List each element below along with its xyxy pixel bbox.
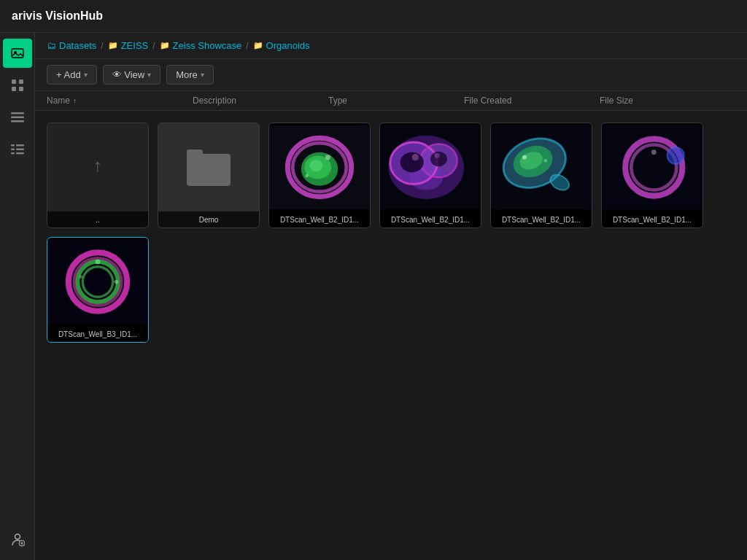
add-button[interactable]: + Add ▾	[47, 65, 97, 85]
view-button[interactable]: 👁 View ▾	[103, 65, 161, 85]
img2-label: DTScan_Well_B2_ID1...	[380, 211, 481, 228]
svg-point-57	[87, 271, 109, 293]
img4-thumb	[602, 123, 703, 211]
app-layout: 🗂 Datasets / 📁 ZEISS / 📁 Zeiss Showcase …	[0, 33, 747, 560]
img2-thumb	[380, 123, 481, 211]
grid-item-img1[interactable]: DTScan_Well_B2_ID1...	[268, 122, 371, 228]
add-chevron-icon: ▾	[84, 71, 88, 79]
svg-rect-12	[16, 149, 24, 151]
svg-point-51	[651, 149, 657, 155]
sidebar-item-details[interactable]	[3, 135, 32, 164]
datasets-folder-icon: 🗂	[47, 40, 56, 51]
breadcrumb-zeiss-label: ZEISS	[121, 40, 149, 51]
img5-label: DTScan_Well_B3_ID1...	[47, 326, 148, 342]
svg-point-32	[400, 152, 424, 173]
svg-rect-2	[12, 79, 16, 84]
svg-point-23	[325, 155, 330, 160]
grid-item-img5[interactable]: DTScan_Well_B3_ID1...	[47, 237, 149, 343]
svg-rect-0	[12, 49, 23, 58]
img4-label: DTScan_Well_B2_ID1...	[602, 211, 703, 228]
sidebar	[0, 33, 35, 560]
svg-point-34	[412, 154, 419, 160]
svg-point-58	[96, 259, 101, 264]
organoids-folder-icon: 📁	[253, 41, 263, 50]
svg-point-15	[15, 534, 20, 540]
col-created-label: File Created	[464, 96, 511, 106]
col-header-desc[interactable]: Description	[193, 96, 328, 106]
view-button-label: 👁 View	[112, 69, 145, 80]
svg-rect-11	[11, 149, 15, 151]
img1-label: DTScan_Well_B2_ID1...	[269, 211, 370, 228]
grid-item-img3[interactable]: DTScan_Well_B2_ID1...	[490, 122, 592, 228]
svg-rect-10	[16, 144, 24, 147]
col-header-name[interactable]: Name ↑	[47, 96, 193, 106]
col-type-label: Type	[328, 96, 347, 106]
svg-point-35	[435, 153, 440, 158]
svg-rect-14	[16, 152, 24, 155]
demo-label: Demo	[158, 211, 259, 228]
showcase-folder-icon: 📁	[160, 41, 170, 50]
zeiss-folder-icon: 📁	[108, 41, 118, 50]
up-thumb: ↑	[47, 123, 148, 211]
grid-item-img4[interactable]: DTScan_Well_B2_ID1...	[601, 122, 703, 228]
col-header-type[interactable]: Type	[328, 96, 464, 106]
svg-rect-5	[19, 87, 23, 91]
more-chevron-icon: ▾	[201, 71, 204, 79]
svg-rect-9	[11, 144, 15, 147]
sidebar-item-images[interactable]	[3, 39, 32, 68]
svg-point-33	[430, 152, 447, 167]
img3-thumb	[491, 123, 592, 211]
demo-thumb	[158, 123, 259, 211]
breadcrumb-organoids[interactable]: 📁 Organoids	[253, 40, 310, 51]
breadcrumb-showcase[interactable]: 📁 Zeiss Showcase	[160, 40, 242, 51]
title-bar: arivis VisionHub	[0, 0, 747, 33]
sidebar-item-list[interactable]	[3, 103, 32, 132]
add-button-label: + Add	[56, 69, 81, 80]
grid-item-demo[interactable]: Demo	[158, 122, 260, 228]
breadcrumb-organoids-label: Organoids	[266, 40, 310, 51]
grid-item-up[interactable]: ↑ ..	[47, 122, 149, 228]
svg-point-48	[637, 151, 670, 184]
up-arrow-icon: ↑	[93, 155, 102, 176]
svg-rect-3	[19, 79, 23, 84]
breadcrumb-sep-3: /	[246, 41, 248, 51]
sidebar-item-grid[interactable]	[3, 71, 32, 100]
breadcrumb-sep-2: /	[152, 41, 155, 51]
breadcrumb-sep-1: /	[101, 41, 103, 51]
col-name-label: Name	[47, 96, 70, 106]
table-header: Name ↑ Description Type File Created Fil…	[35, 91, 747, 111]
up-label: ..	[47, 211, 148, 228]
svg-rect-4	[12, 87, 16, 91]
main-content: 🗂 Datasets / 📁 ZEISS / 📁 Zeiss Showcase …	[35, 33, 747, 560]
img5-thumb	[47, 238, 148, 326]
col-desc-label: Description	[193, 96, 236, 106]
grid-item-img2[interactable]: DTScan_Well_B2_ID1...	[379, 122, 481, 228]
svg-rect-8	[11, 120, 24, 122]
view-chevron-icon: ▾	[147, 71, 151, 79]
breadcrumb-showcase-label: Zeiss Showcase	[173, 40, 242, 51]
svg-rect-6	[11, 112, 24, 114]
svg-rect-13	[11, 152, 15, 155]
col-header-created[interactable]: File Created	[464, 96, 600, 106]
svg-point-43	[522, 155, 527, 160]
col-header-size[interactable]: File Size	[600, 96, 735, 106]
svg-point-44	[543, 159, 547, 163]
breadcrumb: 🗂 Datasets / 📁 ZEISS / 📁 Zeiss Showcase …	[35, 33, 747, 59]
col-size-label: File Size	[600, 96, 633, 106]
breadcrumb-datasets[interactable]: 🗂 Datasets	[47, 40, 96, 51]
breadcrumb-zeiss[interactable]: 📁 ZEISS	[108, 40, 149, 51]
more-button-label: More	[176, 69, 198, 80]
svg-point-22	[309, 160, 322, 171]
svg-rect-7	[11, 117, 24, 119]
svg-point-59	[114, 280, 118, 284]
breadcrumb-datasets-label: Datasets	[59, 40, 96, 51]
svg-point-24	[305, 174, 309, 178]
img1-thumb	[269, 123, 370, 211]
sidebar-item-user[interactable]	[3, 525, 32, 554]
sort-arrow-icon: ↑	[73, 97, 77, 105]
folder-icon	[187, 149, 231, 186]
grid-content: ↑ .. Demo	[35, 111, 747, 560]
app-title: arivis VisionHub	[12, 9, 103, 23]
toolbar: + Add ▾ 👁 View ▾ More ▾	[35, 59, 747, 91]
more-button[interactable]: More ▾	[166, 65, 214, 85]
